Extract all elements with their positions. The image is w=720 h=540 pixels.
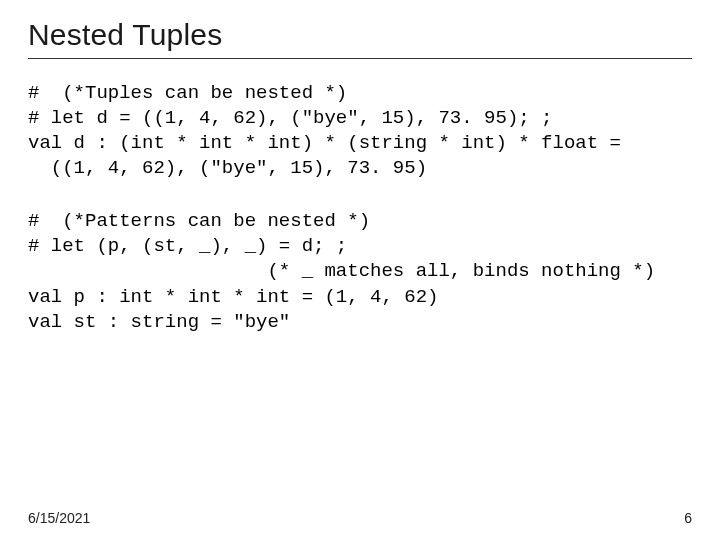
page-title: Nested Tuples	[28, 18, 692, 52]
code-block-1: # (*Tuples can be nested *) # let d = ((…	[28, 81, 692, 181]
title-divider	[28, 58, 692, 59]
footer: 6/15/2021 6	[28, 510, 692, 526]
footer-date: 6/15/2021	[28, 510, 90, 526]
code-block-2: # (*Patterns can be nested *) # let (p, …	[28, 209, 692, 334]
slide: Nested Tuples # (*Tuples can be nested *…	[0, 0, 720, 540]
footer-page: 6	[684, 510, 692, 526]
